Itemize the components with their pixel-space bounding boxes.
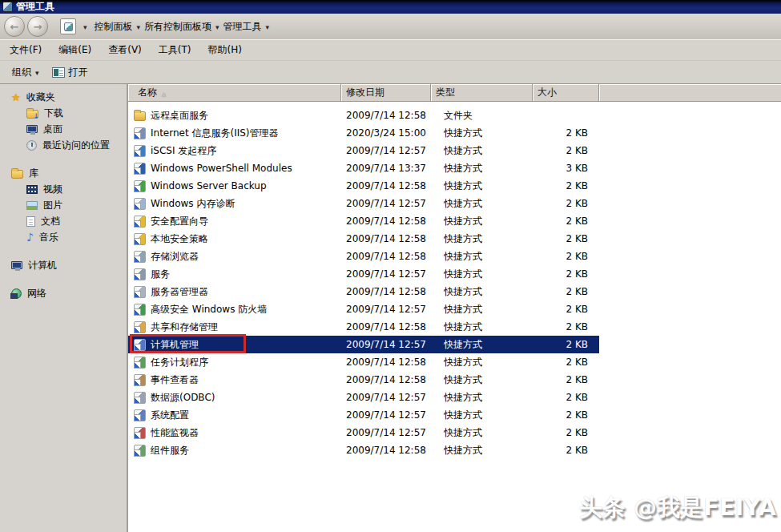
file-row[interactable]: 存储浏览器 2009/7/14 12:58 快捷方式 2 KB [128,248,781,265]
performance-monitor-shortcut-icon [134,427,146,439]
sidebar-item[interactable]: 桌面 [0,121,127,137]
back-button[interactable]: ← [4,16,25,37]
file-row[interactable]: 数据源(ODBC) 2009/7/14 12:57 快捷方式 2 KB [128,389,781,406]
column-header-filler [599,84,781,101]
security-config-wizard-shortcut-icon [134,216,146,228]
folder-icon [134,111,146,121]
server-manager-shortcut-icon [134,286,146,298]
file-row[interactable]: Windows PowerShell Modules 2009/7/14 13:… [128,159,781,177]
chevron-down-icon[interactable] [83,21,87,32]
open-button[interactable]: 打开 [48,63,92,82]
chevron-down-icon[interactable] [266,21,270,32]
file-pane: 名称 修改日期 类型 大小 远程桌面服务 2009/7/14 12:58 文件夹 [128,84,781,532]
sort-ascending-icon [162,87,166,99]
file-list: 远程桌面服务 2009/7/14 12:58 文件夹 Internet 信息服务… [128,102,781,532]
navigation-pane: 收藏夹 下载 桌面 最近访问的位置 库 视频 图片 文档 音乐 计算机 网络 [0,84,128,532]
chevron-down-icon [35,66,39,78]
odbc-data-source-shortcut-icon [134,392,146,404]
navigation-bar: ← → 控制面板所有控制面板项管理工具 [0,14,781,40]
window-title: 管理工具 [16,0,54,14]
sidebar-item[interactable]: 计算机 [0,257,127,273]
services-shortcut-icon [134,268,146,280]
libraries-icon [11,170,23,179]
powershell-modules-shortcut-icon [134,163,146,175]
file-row[interactable]: 系统配置 2009/7/14 12:57 快捷方式 2 KB [128,406,781,424]
breadcrumb-segment[interactable]: 管理工具 [223,20,262,34]
sidebar-item[interactable]: 文档 [0,213,127,229]
menu-item[interactable]: 工具(T) [155,42,195,58]
sidebar-item[interactable]: 视频 [0,181,127,197]
iis-manager-shortcut-icon [134,127,146,139]
menu-item[interactable]: 编辑(E) [55,42,95,58]
file-row[interactable]: 高级安全 Windows 防火墙 2009/7/14 12:57 快捷方式 2 … [128,300,781,318]
file-row[interactable]: 服务 2009/7/14 12:57 快捷方式 2 KB [128,265,781,283]
desktop-icon [26,125,38,133]
main-area: 收藏夹 下载 桌面 最近访问的位置 库 视频 图片 文档 音乐 计算机 网络 名 [0,83,781,532]
column-header-type[interactable]: 类型 [431,84,533,101]
forward-button[interactable]: → [27,16,48,37]
favorites-star-icon [11,91,21,103]
share-storage-mgmt-shortcut-icon [134,321,146,333]
menu-item[interactable]: 文件(F) [6,42,45,58]
file-row[interactable]: 服务器管理器 2009/7/14 12:58 快捷方式 2 KB [128,283,781,300]
menu-item[interactable]: 帮助(H) [205,42,245,58]
server-backup-shortcut-icon [134,180,146,192]
file-row[interactable]: Windows Server Backup 2009/7/14 12:58 快捷… [128,177,781,195]
column-headers: 名称 修改日期 类型 大小 [128,84,781,102]
breadcrumb-segment[interactable]: 所有控制面板项 [144,20,211,34]
menu-item[interactable]: 查看(V) [105,42,145,58]
sidebar-item[interactable]: 图片 [0,197,127,213]
iscsi-initiator-shortcut-icon [134,145,146,157]
music-icon [26,231,34,244]
file-row[interactable]: iSCSI 发起程序 2009/7/14 12:57 快捷方式 2 KB [128,142,781,159]
organize-button[interactable]: 组织 [8,63,43,82]
memory-diagnostic-shortcut-icon [134,198,146,210]
file-row[interactable]: Windows 内存诊断 2009/7/14 12:57 快捷方式 2 KB [128,195,781,212]
file-row[interactable]: 性能监视器 2009/7/14 12:57 快捷方式 2 KB [128,424,781,441]
local-security-policy-shortcut-icon [134,233,146,245]
chevron-down-icon[interactable] [215,21,219,32]
videos-icon [26,185,38,194]
component-services-shortcut-icon [134,445,146,457]
admin-tools-app-icon [2,2,13,12]
windows-firewall-shortcut-icon [134,304,146,316]
sidebar-item[interactable]: 库 [0,165,127,181]
sidebar-group: 收藏夹 下载 桌面 最近访问的位置 [0,89,127,153]
storage-explorer-shortcut-icon [134,251,146,263]
file-row[interactable]: 事件查看器 2009/7/14 12:58 快捷方式 2 KB [128,371,781,389]
documents-icon [26,216,35,227]
sidebar-item[interactable]: 网络 [0,285,127,301]
column-header-size[interactable]: 大小 [533,84,599,101]
file-row[interactable]: 远程桌面服务 2009/7/14 12:58 文件夹 [128,107,781,124]
open-window-icon [52,67,65,78]
system-configuration-shortcut-icon [134,409,146,421]
computer-management-shortcut-icon [134,339,146,351]
file-row[interactable]: 本地安全策略 2009/7/14 12:58 快捷方式 2 KB [128,230,781,248]
address-location-icon[interactable] [60,18,76,34]
titlebar[interactable]: 管理工具 [0,0,781,14]
sidebar-item[interactable]: 音乐 [0,229,127,245]
computer-icon [11,261,22,269]
file-row[interactable]: 组件服务 2009/7/14 12:58 快捷方式 2 KB [128,441,781,459]
menu-bar: 文件(F)编辑(E)查看(V)工具(T)帮助(H) [0,40,781,61]
sidebar-group: 库 视频 图片 文档 音乐 [0,165,127,245]
sidebar-item[interactable]: 下载 [0,105,127,121]
breadcrumb-segment[interactable]: 控制面板 [95,20,133,34]
sidebar-item[interactable]: 收藏夹 [0,89,127,105]
downloads-folder-icon [26,110,38,119]
address-bar[interactable]: 控制面板所有控制面板项管理工具 [60,18,273,34]
file-row[interactable]: 共享和存储管理 2009/7/14 12:58 快捷方式 2 KB [128,318,781,336]
sidebar-item[interactable]: 最近访问的位置 [0,137,127,153]
file-row[interactable]: 计算机管理 2009/7/14 12:57 快捷方式 2 KB [128,336,781,353]
file-row[interactable]: 任务计划程序 2009/7/14 12:58 快捷方式 2 KB [128,353,781,371]
file-row[interactable]: 安全配置向导 2009/7/14 12:58 快捷方式 2 KB [128,212,781,230]
file-row[interactable]: Internet 信息服务(IIS)管理器 2020/3/24 15:00 快捷… [128,124,781,142]
event-viewer-shortcut-icon [134,374,146,386]
column-header-date[interactable]: 修改日期 [341,84,431,101]
network-icon [11,288,22,299]
watermark: 头条 @我是FEIYA [579,492,776,524]
chevron-down-icon[interactable] [137,21,141,32]
recent-places-icon [26,140,37,151]
pictures-icon [26,201,38,210]
column-header-name[interactable]: 名称 [128,84,341,101]
